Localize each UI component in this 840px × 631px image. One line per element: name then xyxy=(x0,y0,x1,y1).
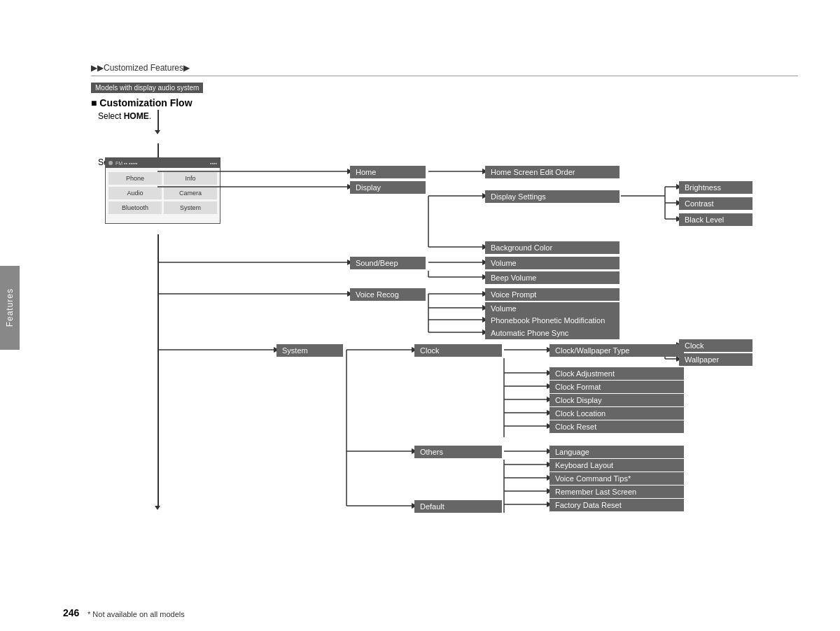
node-volume-sound: Volume xyxy=(485,257,620,269)
node-factory-reset: Factory Data Reset xyxy=(550,499,684,511)
breadcrumb-text: ▶▶Customized Features▶ xyxy=(91,63,798,73)
node-volume-voice: Volume xyxy=(485,302,620,315)
breadcrumb: ▶▶Customized Features▶ xyxy=(91,63,798,76)
main-content: Models with display audio system ■ Custo… xyxy=(91,80,812,603)
node-home: Home xyxy=(350,166,426,178)
node-voice-command: Voice Command Tips* xyxy=(550,472,684,485)
node-display: Display xyxy=(350,181,426,194)
page-container: Features ▶▶Customized Features▶ Models w… xyxy=(0,0,840,631)
page-number: 246 xyxy=(63,607,79,618)
node-brightness: Brightness xyxy=(679,181,752,194)
node-contrast: Contrast xyxy=(679,197,752,210)
node-wallpaper: Wallpaper xyxy=(679,353,752,366)
node-language: Language xyxy=(550,446,684,458)
node-auto-phone: Automatic Phone Sync xyxy=(485,327,620,339)
side-tab: Features xyxy=(0,266,20,350)
node-clock-right: Clock xyxy=(679,339,752,352)
node-black-level: Black Level xyxy=(679,213,752,226)
node-home-screen-edit: Home Screen Edit Order xyxy=(485,166,620,178)
node-default: Default xyxy=(414,500,502,513)
node-clock-adjustment: Clock Adjustment xyxy=(550,367,684,380)
node-keyboard-layout: Keyboard Layout xyxy=(550,459,684,472)
node-beep-volume: Beep Volume xyxy=(485,271,620,284)
footnote: * Not available on all models xyxy=(88,610,185,618)
node-display-settings: Display Settings xyxy=(485,190,620,203)
side-tab-label: Features xyxy=(5,288,15,327)
node-clock-wallpaper-type: Clock/Wallpaper Type xyxy=(550,344,684,357)
node-clock-format: Clock Format xyxy=(550,381,684,393)
node-voice-prompt: Voice Prompt xyxy=(485,288,620,301)
node-others: Others xyxy=(414,446,502,458)
node-clock: Clock xyxy=(414,344,502,357)
node-clock-reset: Clock Reset xyxy=(550,420,684,433)
node-remember-last: Remember Last Screen xyxy=(550,485,684,498)
node-clock-display: Clock Display xyxy=(550,394,684,406)
node-sound-beep: Sound/Beep xyxy=(350,257,426,269)
node-voice-recog: Voice Recog xyxy=(350,288,426,301)
node-phonebook: Phonebook Phonetic Modification xyxy=(485,314,620,327)
node-background-color: Background Color xyxy=(485,241,620,254)
node-system: System xyxy=(276,344,343,357)
node-clock-location: Clock Location xyxy=(550,407,684,420)
breadcrumb-divider xyxy=(91,76,798,76)
